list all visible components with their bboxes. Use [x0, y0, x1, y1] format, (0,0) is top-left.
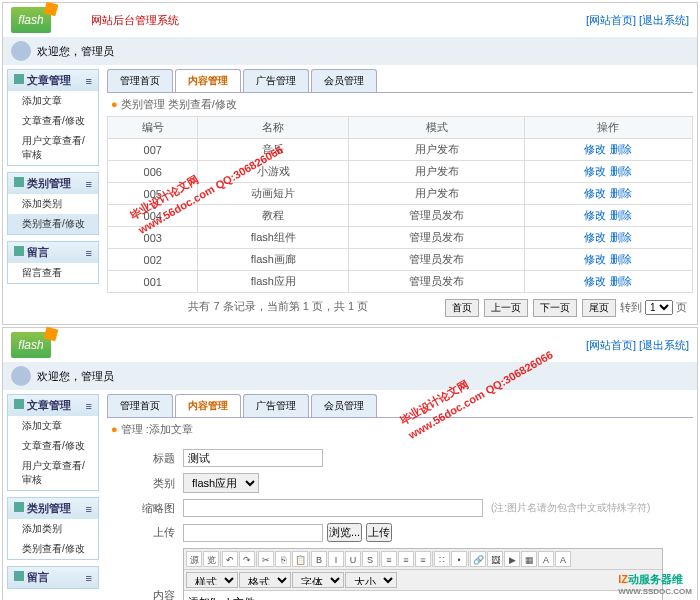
upload-button[interactable]: 上传: [366, 523, 392, 542]
sidebar-item[interactable]: 添加文章: [8, 416, 98, 436]
bgcolor-icon[interactable]: A: [555, 551, 571, 567]
sidebar-group: 类别管理≡添加类别类别查看/修改: [7, 497, 99, 560]
footer-logo: IZ动服务器维 WWW.SSDOC.COM: [618, 570, 692, 596]
copy-icon[interactable]: ⎘: [275, 551, 291, 567]
format-select[interactable]: 格式: [239, 572, 291, 588]
editor-toolbar-1: 源览 ↶↷ ✂⎘📋 BIUS ≡≡≡ ∷• 🔗🖼▶▦AA: [184, 549, 662, 570]
font-select[interactable]: 字体: [292, 572, 344, 588]
sidebar-group-header[interactable]: 类别管理≡: [8, 173, 98, 194]
tab[interactable]: 广告管理: [243, 69, 309, 92]
undo-icon[interactable]: ↶: [222, 551, 238, 567]
strike-icon[interactable]: S: [362, 551, 378, 567]
op-link[interactable]: 修改: [584, 187, 606, 199]
editor-toolbar-2: 样式 格式 字体 大小: [184, 570, 662, 591]
logout-link[interactable]: [退出系统]: [639, 339, 689, 351]
sidebar-item[interactable]: 用户文章查看/审核: [8, 456, 98, 490]
color-icon[interactable]: A: [538, 551, 554, 567]
pager-go: 页: [676, 301, 687, 313]
sidebar-group-header[interactable]: 留言≡: [8, 567, 98, 588]
op-link[interactable]: 删除: [610, 275, 632, 287]
sidebar-group: 留言≡留言查看: [7, 241, 99, 284]
breadcrumb: ●管理 :添加文章: [107, 418, 693, 441]
sidebar-item[interactable]: 文章查看/修改: [8, 436, 98, 456]
op-link[interactable]: 删除: [610, 165, 632, 177]
underline-icon[interactable]: U: [345, 551, 361, 567]
home-link[interactable]: [网站首页]: [586, 14, 636, 26]
sidebar-group-header[interactable]: 文章管理≡: [8, 395, 98, 416]
cell: flash应用: [198, 271, 349, 293]
ol-icon[interactable]: ∷: [434, 551, 450, 567]
align-left-icon[interactable]: ≡: [381, 551, 397, 567]
op-link[interactable]: 修改: [584, 275, 606, 287]
home-link[interactable]: [网站首页]: [586, 339, 636, 351]
logo: flash: [11, 7, 51, 33]
tab[interactable]: 管理首页: [107, 394, 173, 417]
tab[interactable]: 内容管理: [175, 69, 241, 92]
tab[interactable]: 内容管理: [175, 394, 241, 417]
sidebar-item[interactable]: 用户文章查看/审核: [8, 131, 98, 165]
op-link[interactable]: 删除: [610, 231, 632, 243]
ul-icon[interactable]: •: [451, 551, 467, 567]
image-icon[interactable]: 🖼: [487, 551, 503, 567]
pager-first[interactable]: 首页: [445, 299, 479, 317]
pager-last[interactable]: 尾页: [582, 299, 616, 317]
cell: 管理员发布: [349, 205, 525, 227]
cell: 002: [108, 249, 198, 271]
pager-summary: 共有 7 条记录，当前第 1 页，共 1 页: [188, 300, 368, 312]
title-input[interactable]: [183, 449, 323, 467]
flash-icon[interactable]: ▶: [504, 551, 520, 567]
cat-select[interactable]: flash应用: [183, 473, 259, 493]
editor-body[interactable]: 添加flash文件 /kindeditor/files/files/connec…: [184, 591, 662, 600]
cut-icon[interactable]: ✂: [258, 551, 274, 567]
tab[interactable]: 管理首页: [107, 69, 173, 92]
thumb-input[interactable]: [183, 499, 483, 517]
sidebar-group-header[interactable]: 文章管理≡: [8, 70, 98, 91]
pager-next[interactable]: 下一页: [533, 299, 577, 317]
tab[interactable]: 会员管理: [311, 394, 377, 417]
op-link[interactable]: 删除: [610, 253, 632, 265]
tab[interactable]: 广告管理: [243, 394, 309, 417]
tab[interactable]: 会员管理: [311, 69, 377, 92]
redo-icon[interactable]: ↷: [239, 551, 255, 567]
op-link[interactable]: 删除: [610, 209, 632, 221]
upload-path[interactable]: [183, 524, 323, 542]
sidebar-item[interactable]: 添加类别: [8, 519, 98, 539]
op-link[interactable]: 修改: [584, 165, 606, 177]
table-icon[interactable]: ▦: [521, 551, 537, 567]
align-center-icon[interactable]: ≡: [398, 551, 414, 567]
op-link[interactable]: 修改: [584, 253, 606, 265]
op-link[interactable]: 删除: [610, 143, 632, 155]
browse-button[interactable]: 浏览...: [327, 523, 362, 542]
link-icon[interactable]: 🔗: [470, 551, 486, 567]
sidebar-group: 类别管理≡添加类别类别查看/修改: [7, 172, 99, 235]
preview-icon[interactable]: 览: [203, 551, 219, 567]
sidebar-item[interactable]: 文章查看/修改: [8, 111, 98, 131]
op-link[interactable]: 修改: [584, 209, 606, 221]
sidebar-item[interactable]: 添加类别: [8, 194, 98, 214]
sidebar-item[interactable]: 类别查看/修改: [8, 214, 98, 234]
align-right-icon[interactable]: ≡: [415, 551, 431, 567]
sidebar-item[interactable]: 添加文章: [8, 91, 98, 111]
sidebar-group-header[interactable]: 留言≡: [8, 242, 98, 263]
italic-icon[interactable]: I: [328, 551, 344, 567]
op-link[interactable]: 修改: [584, 231, 606, 243]
sidebar-item[interactable]: 留言查看: [8, 263, 98, 283]
bold-icon[interactable]: B: [311, 551, 327, 567]
op-link[interactable]: 删除: [610, 187, 632, 199]
cell: 小游戏: [198, 161, 349, 183]
logout-link[interactable]: [退出系统]: [639, 14, 689, 26]
table-row: 005动画短片用户发布修改删除: [108, 183, 693, 205]
pager-prev[interactable]: 上一页: [484, 299, 528, 317]
size-select[interactable]: 大小: [345, 572, 397, 588]
paste-icon[interactable]: 📋: [292, 551, 308, 567]
source-icon[interactable]: 源: [186, 551, 202, 567]
cell: 音乐: [198, 139, 349, 161]
cell: 用户发布: [349, 161, 525, 183]
sidebar-group-header[interactable]: 类别管理≡: [8, 498, 98, 519]
style-select[interactable]: 样式: [186, 572, 238, 588]
header-links: [网站首页] [退出系统]: [586, 338, 689, 353]
op-link[interactable]: 修改: [584, 143, 606, 155]
pager-select[interactable]: 1: [645, 300, 673, 315]
sidebar-item[interactable]: 类别查看/修改: [8, 539, 98, 559]
rich-editor: 源览 ↶↷ ✂⎘📋 BIUS ≡≡≡ ∷• 🔗🖼▶▦AA 样式 格式 字体: [183, 548, 663, 600]
